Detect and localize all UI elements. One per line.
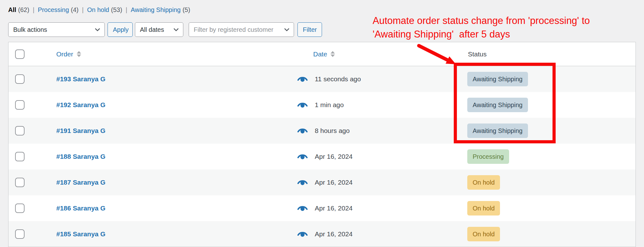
customer-filter-placeholder: Filter by registered customer <box>194 26 273 33</box>
row-checkbox[interactable] <box>15 100 25 110</box>
eye-icon[interactable] <box>297 231 308 237</box>
status-filter-label: Processing <box>38 6 69 13</box>
order-date: Apr 16, 2024 <box>315 204 353 212</box>
chevron-down-icon <box>173 28 179 32</box>
date-column-label: Date <box>313 50 327 58</box>
table-header: Order Date Status <box>8 42 636 66</box>
bulk-actions-select[interactable]: Bulk actions <box>8 22 105 37</box>
status-badge: On hold <box>467 201 500 215</box>
select-all-checkbox[interactable] <box>15 49 25 59</box>
annotation-note: Automate order status change from 'proce… <box>373 14 590 41</box>
annotation-line-2: 'Awaiting Shipping' after 5 days <box>373 27 590 41</box>
status-badge: On hold <box>467 175 500 190</box>
status-filter-link[interactable]: On hold(53) <box>87 6 122 14</box>
row-checkbox[interactable] <box>15 74 25 84</box>
row-checkbox[interactable] <box>15 204 25 213</box>
table-row: #187 Saranya GApr 16, 2024On hold <box>8 169 636 195</box>
orders-page: All(62)|Processing(4)|On hold(53)|Awaiti… <box>0 0 644 247</box>
row-checkbox[interactable] <box>15 152 25 161</box>
table-row: #192 Saranya G1 min agoAwaiting Shipping <box>8 92 636 118</box>
order-date: Apr 16, 2024 <box>315 153 353 160</box>
sort-toggle-icon <box>77 51 81 57</box>
status-filter-links: All(62)|Processing(4)|On hold(53)|Awaiti… <box>8 6 190 14</box>
sort-toggle-icon <box>330 51 335 57</box>
date-filter-select[interactable]: All dates <box>135 22 183 37</box>
row-checkbox[interactable] <box>15 126 25 135</box>
customer-filter-select[interactable]: Filter by registered customer <box>189 22 294 37</box>
order-date: Apr 16, 2024 <box>315 230 353 238</box>
sort-by-order[interactable]: Order <box>56 50 81 58</box>
order-link[interactable]: #192 Saranya G <box>56 101 105 109</box>
row-checkbox[interactable] <box>15 229 25 239</box>
annotation-line-1: Automate order status change from 'proce… <box>373 14 590 27</box>
filter-separator: | <box>82 6 84 14</box>
order-date: 11 seconds ago <box>315 75 361 83</box>
status-filter-label: On hold <box>87 6 109 13</box>
status-filter-count: (5) <box>182 6 190 13</box>
status-badge: Awaiting Shipping <box>467 123 528 138</box>
table-row: #185 Saranya GApr 16, 2024On hold <box>8 221 636 247</box>
orders-table: Order Date Status #193 Saranya G11 secon… <box>8 42 636 247</box>
orders-table-body: #193 Saranya G11 seconds agoAwaiting Shi… <box>8 66 636 247</box>
order-link[interactable]: #193 Saranya G <box>56 75 105 83</box>
status-filter-count: (53) <box>111 6 122 13</box>
eye-icon[interactable] <box>297 76 308 82</box>
order-link[interactable]: #187 Saranya G <box>56 179 105 186</box>
order-date: 1 min ago <box>315 101 344 109</box>
status-filter-link[interactable]: Awaiting Shipping(5) <box>131 6 190 14</box>
sort-by-date[interactable]: Date <box>313 50 335 58</box>
order-link[interactable]: #186 Saranya G <box>56 204 105 212</box>
order-column-label: Order <box>56 50 73 58</box>
status-filter-count: (4) <box>71 6 78 13</box>
order-link[interactable]: #188 Saranya G <box>56 153 105 160</box>
order-date: 8 hours ago <box>315 127 350 135</box>
status-badge: Awaiting Shipping <box>467 72 528 86</box>
chevron-down-icon <box>95 28 100 32</box>
status-badge: Awaiting Shipping <box>467 98 528 112</box>
status-badge: On hold <box>467 227 500 241</box>
status-filter-count: (62) <box>18 6 30 13</box>
order-date: Apr 16, 2024 <box>315 179 353 186</box>
row-checkbox[interactable] <box>15 178 25 187</box>
status-filter-label: All <box>8 6 16 13</box>
eye-icon[interactable] <box>297 102 308 108</box>
status-filter-link[interactable]: All(62) <box>8 6 29 14</box>
annotation-arrow-icon <box>409 41 462 71</box>
status-column-label: Status <box>468 50 487 58</box>
order-link[interactable]: #191 Saranya G <box>56 127 105 135</box>
bulk-actions-value: Bulk actions <box>13 26 47 33</box>
filter-separator: | <box>33 6 34 14</box>
table-row: #191 Saranya G8 hours agoAwaiting Shippi… <box>8 118 636 144</box>
table-row: #186 Saranya GApr 16, 2024On hold <box>8 195 636 221</box>
eye-icon[interactable] <box>297 179 308 186</box>
order-link[interactable]: #185 Saranya G <box>56 230 105 238</box>
date-filter-value: All dates <box>140 26 164 33</box>
status-badge: Processing <box>467 149 509 164</box>
eye-icon[interactable] <box>297 128 308 134</box>
apply-button[interactable]: Apply <box>108 22 133 37</box>
status-filter-link[interactable]: Processing(4) <box>38 6 78 14</box>
filter-separator: | <box>126 6 127 14</box>
status-filter-label: Awaiting Shipping <box>131 6 181 13</box>
chevron-down-icon <box>284 28 290 32</box>
table-row: #193 Saranya G11 seconds agoAwaiting Shi… <box>8 66 636 92</box>
table-row: #188 Saranya GApr 16, 2024Processing <box>8 144 636 169</box>
eye-icon[interactable] <box>297 153 308 160</box>
eye-icon[interactable] <box>297 205 308 211</box>
filter-button[interactable]: Filter <box>297 22 322 37</box>
